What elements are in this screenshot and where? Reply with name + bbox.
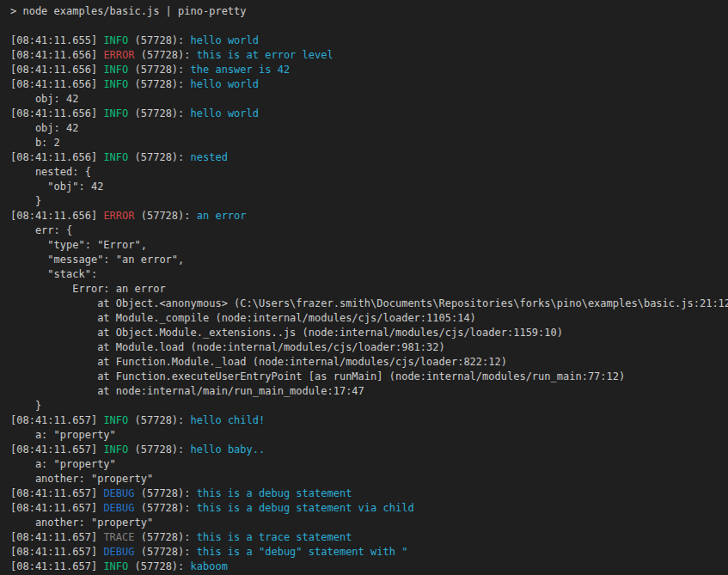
terminal-line: } (10, 194, 728, 209)
log-text: at Module.load (node:internal/modules/cj… (10, 341, 445, 353)
log-message: nested (191, 151, 228, 163)
log-text: (57728): (135, 531, 197, 543)
log-text: obj: 42 (10, 122, 78, 134)
log-text: } (10, 195, 41, 207)
log-text: "stack": (10, 268, 97, 280)
log-text: (57728): (128, 107, 190, 119)
terminal-line: a: "property" (10, 428, 728, 443)
log-message: hello world (191, 78, 259, 90)
log-text: [08:41:11.657] (10, 414, 103, 426)
terminal-line: err: { (10, 223, 728, 238)
log-text: b: 2 (10, 137, 60, 149)
log-text: [08:41:11.656] (10, 210, 103, 222)
log-text: at Object.<anonymous> (C:\Users\frazer.s… (10, 297, 728, 309)
command-line: > node examples/basic.js | pino-pretty (10, 4, 728, 19)
log-message: hello child! (191, 414, 266, 426)
terminal-line: obj: 42 (10, 121, 728, 136)
terminal-line: "obj": 42 (10, 180, 728, 194)
log-text: [08:41:11.656] (10, 64, 103, 76)
log-message: this is at error level (197, 49, 333, 61)
log-text: [08:41:11.655] (10, 34, 103, 46)
terminal-line: } (10, 399, 728, 413)
log-level-info: INFO (103, 64, 128, 76)
log-text: [08:41:11.656] (10, 49, 103, 61)
log-level-debug: DEBUG (103, 546, 134, 558)
terminal-line: a: "property" (10, 457, 728, 472)
terminal-line: at Module._compile (node:internal/module… (10, 311, 728, 326)
log-level-info: INFO (103, 414, 128, 426)
terminal-line: at Module.load (node:internal/modules/cj… (10, 340, 728, 355)
log-level-info: INFO (103, 34, 128, 46)
terminal-line: [08:41:11.656] INFO (57728): hello world (10, 107, 728, 121)
terminal-line: [08:41:11.657] INFO (57728): hello baby.… (10, 443, 728, 457)
log-message: hello world (191, 107, 259, 119)
log-message: an error (197, 210, 247, 222)
terminal-output[interactable]: > node examples/basic.js | pino-pretty[0… (0, 0, 728, 575)
log-text: [08:41:11.656] (10, 78, 103, 90)
log-text: [08:41:11.657] (10, 502, 103, 514)
terminal-line: b: 2 (10, 136, 728, 150)
log-level-info: INFO (103, 560, 128, 572)
log-text: [08:41:11.657] (10, 546, 103, 558)
log-text: at Object.Module._extensions..js (node:i… (10, 327, 563, 339)
log-text: (57728): (128, 414, 190, 426)
log-text: (57728): (128, 443, 190, 456)
terminal-line: another: "property" (10, 472, 728, 486)
terminal-line: "type": "Error", (10, 238, 728, 253)
terminal-line: at Function.executeUserEntryPoint [as ru… (10, 370, 728, 384)
terminal-line: at Object.<anonymous> (C:\Users\frazer.s… (10, 297, 728, 311)
log-message: this is a debug statement via child (197, 502, 414, 514)
log-text: (57728): (135, 546, 197, 558)
terminal-line: nested: { (10, 165, 728, 180)
terminal-line: at Function.Module._load (node:internal/… (10, 355, 728, 370)
terminal-line: [08:41:11.657] INFO (57728): kaboom (10, 560, 728, 574)
log-text: [08:41:11.656] (10, 151, 103, 163)
log-text: at node:internal/main/run_main_module:17… (10, 385, 364, 397)
log-level-error: ERROR (103, 210, 134, 222)
log-text: a: "property" (10, 458, 116, 470)
log-text: (57728): (128, 78, 190, 90)
log-message: kaboom (191, 560, 228, 572)
log-text: another: "property" (10, 517, 153, 529)
log-level-info: INFO (103, 443, 128, 456)
terminal-line: [08:41:11.657] DEBUG (57728): this is a … (10, 501, 728, 516)
log-level-info: INFO (103, 151, 128, 163)
log-text: (57728): (135, 487, 197, 499)
log-text: } (10, 400, 41, 412)
log-text: at Function.executeUserEntryPoint [as ru… (10, 370, 625, 382)
terminal-line: [08:41:11.657] DEBUG (57728): this is a … (10, 545, 728, 560)
log-message: hello world (191, 34, 259, 46)
terminal-line: [08:41:11.656] INFO (57728): nested (10, 150, 728, 165)
log-level-error: ERROR (103, 49, 134, 61)
terminal-line: "stack": (10, 267, 728, 282)
log-text: (57728): (128, 64, 190, 76)
log-text: [08:41:11.657] (10, 531, 103, 543)
log-text: (57728): (128, 151, 190, 163)
terminal-line: [08:41:11.656] ERROR (57728): an error (10, 209, 728, 223)
log-message: this is a "debug" statement with " (197, 546, 408, 558)
log-message: the answer is 42 (191, 64, 291, 76)
log-text: "message": "an error", (10, 254, 184, 266)
log-text: (57728): (135, 502, 197, 514)
log-text: > node examples/basic.js | pino-pretty (10, 5, 247, 17)
log-text: nested: { (10, 166, 91, 178)
log-level-debug: DEBUG (103, 502, 134, 514)
log-level-info: INFO (103, 107, 128, 119)
log-text: err: { (10, 224, 72, 236)
terminal-line: [08:41:11.657] INFO (57728): hello child… (10, 413, 728, 428)
log-level-info: INFO (103, 78, 128, 90)
log-text: "obj": 42 (10, 180, 103, 193)
terminal-line: [08:41:11.657] DEBUG (57728): this is a … (10, 486, 728, 501)
log-text: a: "property" (10, 429, 116, 441)
terminal-line: obj: 42 (10, 92, 728, 107)
log-message: hello baby.. (191, 443, 266, 456)
log-text: [08:41:11.657] (10, 443, 103, 456)
log-level-trace: TRACE (103, 531, 134, 543)
log-text: another: "property" (10, 473, 153, 485)
terminal-line: at node:internal/main/run_main_module:17… (10, 384, 728, 399)
terminal-line: [08:41:11.655] INFO (57728): hello world (10, 34, 728, 48)
log-text: "type": "Error", (10, 239, 147, 251)
log-text: (57728): (128, 34, 190, 46)
log-text: (57728): (135, 210, 197, 222)
terminal-line: Error: an error (10, 282, 728, 297)
